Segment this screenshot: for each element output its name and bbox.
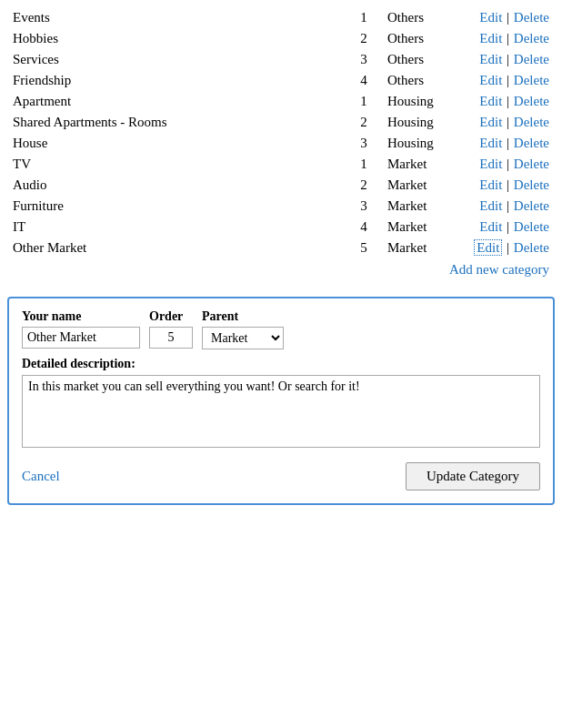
row-actions: Edit | Delete xyxy=(455,91,555,112)
delete-link[interactable]: Delete xyxy=(514,10,549,25)
row-order: 2 xyxy=(346,175,382,196)
edit-link[interactable]: Edit xyxy=(479,136,502,150)
edit-link[interactable]: Edit xyxy=(479,31,502,46)
name-input[interactable] xyxy=(22,327,140,349)
delete-link[interactable]: Delete xyxy=(514,31,549,46)
parent-select[interactable]: OthersHousingMarket xyxy=(202,327,284,349)
row-parent: Others xyxy=(382,49,455,70)
add-new-row: Add new category xyxy=(7,258,555,280)
parent-col: Parent OthersHousingMarket xyxy=(202,309,284,349)
table-row: Other Market5MarketEdit | Delete xyxy=(7,238,555,258)
row-order: 1 xyxy=(346,91,382,112)
delete-link[interactable]: Delete xyxy=(514,157,549,171)
row-actions: Edit | Delete xyxy=(455,154,555,175)
row-parent: Others xyxy=(382,7,455,28)
table-row: Shared Apartments - Rooms2HousingEdit | … xyxy=(7,112,555,133)
row-order: 4 xyxy=(346,217,382,238)
table-row: Apartment1HousingEdit | Delete xyxy=(7,91,555,112)
row-name: Other Market xyxy=(7,238,346,258)
table-row: House3HousingEdit | Delete xyxy=(7,133,555,154)
table-row: IT4MarketEdit | Delete xyxy=(7,217,555,238)
row-actions: Edit | Delete xyxy=(455,175,555,196)
row-parent: Market xyxy=(382,175,455,196)
add-new-category-link[interactable]: Add new category xyxy=(449,262,549,277)
pipe-separator: | xyxy=(503,115,513,129)
cancel-link[interactable]: Cancel xyxy=(22,469,60,484)
row-name: Friendship xyxy=(7,70,346,91)
pipe-separator: | xyxy=(503,31,513,46)
edit-link[interactable]: Edit xyxy=(479,73,502,87)
row-parent: Market xyxy=(382,217,455,238)
table-row: Furniture3MarketEdit | Delete xyxy=(7,196,555,217)
name-label: Your name xyxy=(22,309,140,324)
desc-textarea[interactable] xyxy=(22,375,540,448)
pipe-separator: | xyxy=(503,73,513,87)
table-row: Friendship4OthersEdit | Delete xyxy=(7,70,555,91)
row-actions: Edit | Delete xyxy=(455,196,555,217)
table-row: Events1OthersEdit | Delete xyxy=(7,7,555,28)
form-row-top: Your name Order Parent OthersHousingMark… xyxy=(22,309,540,349)
delete-link[interactable]: Delete xyxy=(514,94,549,108)
edit-link[interactable]: Edit xyxy=(479,219,502,234)
pipe-separator: | xyxy=(503,177,513,192)
row-order: 1 xyxy=(346,154,382,175)
edit-link[interactable]: Edit xyxy=(479,94,502,108)
categories-table-section: Events1OthersEdit | DeleteHobbies2Others… xyxy=(0,0,562,280)
delete-link[interactable]: Delete xyxy=(514,240,549,255)
row-order: 2 xyxy=(346,112,382,133)
row-parent: Market xyxy=(382,238,455,258)
row-name: Shared Apartments - Rooms xyxy=(7,112,346,133)
order-col: Order xyxy=(149,309,193,349)
delete-link[interactable]: Delete xyxy=(514,219,549,234)
row-order: 2 xyxy=(346,28,382,49)
row-parent: Market xyxy=(382,196,455,217)
row-actions: Edit | Delete xyxy=(455,217,555,238)
categories-table: Events1OthersEdit | DeleteHobbies2Others… xyxy=(7,7,555,280)
row-actions: Edit | Delete xyxy=(455,28,555,49)
edit-link[interactable]: Edit xyxy=(479,177,502,192)
delete-link[interactable]: Delete xyxy=(514,115,549,129)
edit-link[interactable]: Edit xyxy=(479,52,502,66)
row-parent: Others xyxy=(382,28,455,49)
row-order: 4 xyxy=(346,70,382,91)
pipe-separator: | xyxy=(503,94,513,108)
pipe-separator: | xyxy=(503,10,513,25)
edit-link[interactable]: Edit xyxy=(474,239,502,256)
row-actions: Edit | Delete xyxy=(455,70,555,91)
update-category-button[interactable]: Update Category xyxy=(406,462,540,490)
row-parent: Housing xyxy=(382,91,455,112)
delete-link[interactable]: Delete xyxy=(514,52,549,66)
edit-link[interactable]: Edit xyxy=(479,115,502,129)
row-name: TV xyxy=(7,154,346,175)
row-order: 3 xyxy=(346,196,382,217)
order-label: Order xyxy=(149,309,193,324)
edit-link[interactable]: Edit xyxy=(479,198,502,213)
delete-link[interactable]: Delete xyxy=(514,136,549,150)
edit-link[interactable]: Edit xyxy=(479,10,502,25)
row-name: Services xyxy=(7,49,346,70)
name-col: Your name xyxy=(22,309,140,349)
table-row: Services3OthersEdit | Delete xyxy=(7,49,555,70)
parent-label: Parent xyxy=(202,309,284,324)
table-row: Audio2MarketEdit | Delete xyxy=(7,175,555,196)
edit-form: Your name Order Parent OthersHousingMark… xyxy=(7,297,555,505)
row-order: 3 xyxy=(346,133,382,154)
delete-link[interactable]: Delete xyxy=(514,198,549,213)
pipe-separator: | xyxy=(503,198,513,213)
row-name: Furniture xyxy=(7,196,346,217)
row-parent: Others xyxy=(382,70,455,91)
row-actions: Edit | Delete xyxy=(455,49,555,70)
row-name: Hobbies xyxy=(7,28,346,49)
pipe-separator: | xyxy=(503,157,513,171)
row-actions: Edit | Delete xyxy=(455,133,555,154)
order-input[interactable] xyxy=(149,327,193,349)
edit-link[interactable]: Edit xyxy=(479,157,502,171)
row-name: IT xyxy=(7,217,346,238)
row-order: 1 xyxy=(346,7,382,28)
row-parent: Housing xyxy=(382,112,455,133)
delete-link[interactable]: Delete xyxy=(514,73,549,87)
delete-link[interactable]: Delete xyxy=(514,177,549,192)
row-actions: Edit | Delete xyxy=(455,238,555,258)
desc-label: Detailed description: xyxy=(22,357,540,371)
desc-section: Detailed description: xyxy=(22,357,540,451)
